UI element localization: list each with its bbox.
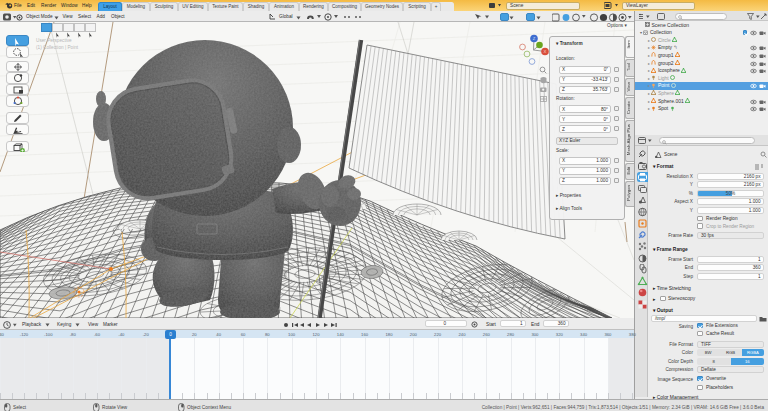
svg-text:Z: Z — [533, 36, 536, 41]
svg-text:X: X — [544, 49, 547, 54]
